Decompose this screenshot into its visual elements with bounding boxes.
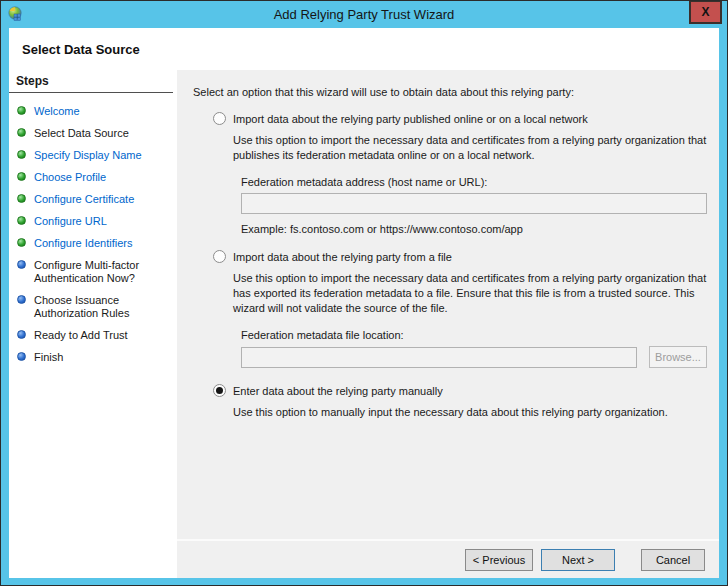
sidebar-item-choose-profile[interactable]: Choose Profile [17, 171, 167, 184]
radio-enter-manually[interactable]: Enter data about the relying party manua… [213, 384, 707, 397]
step-done-bullet-icon [17, 150, 26, 159]
next-button[interactable]: Next > [541, 549, 615, 571]
previous-button[interactable]: < Previous [465, 549, 533, 571]
sidebar-item-configure-mfa: Configure Multi-factor Authentication No… [17, 259, 167, 285]
option-import-file: Import data about the relying party from… [213, 250, 707, 368]
step-done-bullet-icon [17, 106, 26, 115]
steps-list: Welcome Select Data Source Specify Displ… [9, 93, 173, 364]
sidebar-item-configure-identifiers[interactable]: Configure Identifiers [17, 237, 167, 250]
metadata-file-label: Federation metadata file location: [241, 329, 707, 341]
radio-unchecked-icon[interactable] [213, 112, 226, 125]
steps-sidebar: Steps Welcome Select Data Source Specify… [9, 70, 173, 578]
step-upcoming-bullet-icon [17, 330, 26, 339]
step-upcoming-bullet-icon [17, 260, 26, 269]
sidebar-item-specify-display-name[interactable]: Specify Display Name [17, 149, 167, 162]
sidebar-item-choose-issuance-rules: Choose Issuance Authorization Rules [17, 294, 167, 320]
metadata-address-example: Example: fs.contoso.com or https://www.c… [241, 223, 707, 235]
metadata-address-label: Federation metadata address (host name o… [241, 176, 707, 188]
close-button[interactable]: X [689, 1, 722, 24]
step-done-bullet-icon [17, 194, 26, 203]
sidebar-item-ready-to-add-trust: Ready to Add Trust [17, 329, 167, 342]
sidebar-item-configure-certificate[interactable]: Configure Certificate [17, 193, 167, 206]
radio-import-online[interactable]: Import data about the relying party publ… [213, 112, 707, 125]
metadata-file-input [241, 347, 637, 368]
radio-unchecked-icon[interactable] [213, 250, 226, 263]
step-done-bullet-icon [17, 238, 26, 247]
wizard-frame: Select Data Source Steps Welcome Select … [9, 28, 719, 578]
content-panel: Select an option that this wizard will u… [177, 70, 719, 578]
option-file-description: Use this option to import the necessary … [233, 271, 707, 316]
window-title: Add Relying Party Trust Wizard [274, 7, 455, 22]
option-enter-manually: Enter data about the relying party manua… [213, 384, 707, 420]
steps-heading: Steps [9, 70, 173, 93]
option-online-description: Use this option to import the necessary … [233, 133, 707, 163]
step-done-bullet-icon [17, 216, 26, 225]
sidebar-item-welcome[interactable]: Welcome [17, 105, 167, 118]
sidebar-item-finish: Finish [17, 351, 167, 364]
radio-import-file[interactable]: Import data about the relying party from… [213, 250, 707, 263]
step-upcoming-bullet-icon [17, 352, 26, 361]
step-done-bullet-icon [17, 172, 26, 181]
sidebar-item-select-data-source: Select Data Source [17, 127, 167, 140]
step-upcoming-bullet-icon [17, 295, 26, 304]
step-done-bullet-icon [17, 128, 26, 137]
footer-button-bar: < Previous Next > Cancel [177, 541, 719, 578]
metadata-address-input [241, 193, 707, 214]
page-title: Select Data Source [22, 42, 140, 57]
close-icon: X [701, 5, 709, 19]
adfs-app-icon [7, 6, 24, 23]
page-header: Select Data Source [9, 28, 719, 70]
window-titlebar[interactable]: Add Relying Party Trust Wizard X [1, 1, 727, 28]
browse-button: Browse... [649, 346, 707, 368]
cancel-button[interactable]: Cancel [641, 549, 705, 571]
option-manual-description: Use this option to manually input the ne… [233, 405, 707, 420]
radio-checked-icon[interactable] [213, 384, 226, 397]
wizard-window: Add Relying Party Trust Wizard X Select … [0, 0, 728, 586]
option-import-online: Import data about the relying party publ… [213, 112, 707, 235]
intro-text: Select an option that this wizard will u… [193, 86, 707, 98]
sidebar-item-configure-url[interactable]: Configure URL [17, 215, 167, 228]
